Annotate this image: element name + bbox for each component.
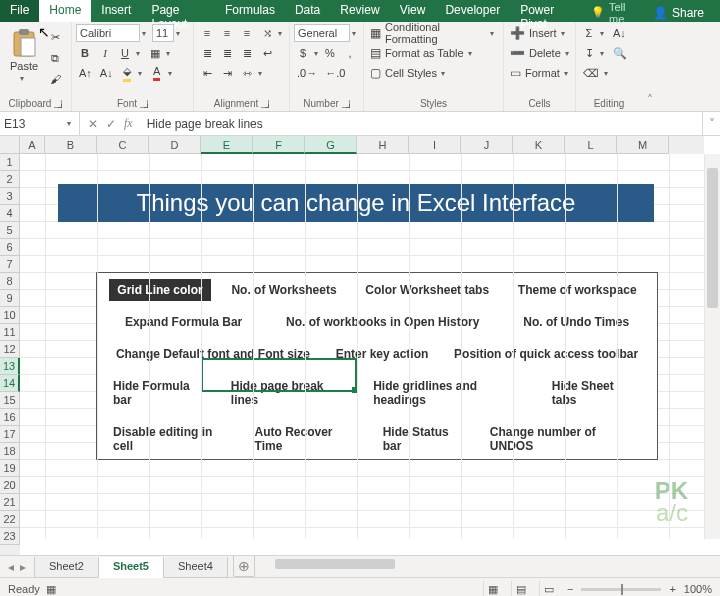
tab-review[interactable]: Review — [330, 0, 389, 22]
column-header-F[interactable]: F — [253, 136, 305, 154]
row-header-3[interactable]: 3 — [0, 188, 20, 205]
row-header-13[interactable]: 13 — [0, 358, 20, 375]
fill-button[interactable]: ↧ — [580, 44, 598, 62]
row-header-1[interactable]: 1 — [0, 154, 20, 171]
dialog-launcher-icon[interactable] — [54, 100, 62, 108]
vertical-scrollbar[interactable] — [704, 154, 720, 539]
column-header-M[interactable]: M — [617, 136, 669, 154]
number-format-combo[interactable] — [294, 24, 350, 42]
tab-power-pivot[interactable]: Power Pivot — [510, 0, 581, 22]
chevron-down-icon[interactable]: ▾ — [314, 49, 319, 58]
font-size-combo[interactable] — [152, 24, 174, 42]
delete-cells-button[interactable]: ➖Delete▾ — [508, 44, 571, 62]
wrap-text-button[interactable]: ↩ — [258, 44, 276, 62]
column-header-L[interactable]: L — [565, 136, 617, 154]
normal-view-button[interactable]: ▦ — [483, 581, 503, 596]
align-right-button[interactable]: ≣ — [238, 44, 256, 62]
row-header-22[interactable]: 22 — [0, 511, 20, 528]
dialog-launcher-icon[interactable] — [140, 100, 148, 108]
row-header-5[interactable]: 5 — [0, 222, 20, 239]
format-as-table-button[interactable]: ▤ Format as Table ▾ — [368, 44, 499, 62]
row-header-10[interactable]: 10 — [0, 307, 20, 324]
row-headers[interactable]: 1234567891011121314151617181920212223 — [0, 154, 20, 555]
row-header-8[interactable]: 8 — [0, 273, 20, 290]
macro-record-button[interactable]: ▦ — [46, 583, 56, 595]
zoom-slider[interactable] — [581, 588, 661, 591]
sheet-tab-sheet2[interactable]: Sheet2 — [34, 557, 99, 578]
name-box[interactable]: E13▾ — [0, 112, 80, 135]
expand-formula-bar-button[interactable]: ˅ — [702, 112, 720, 135]
copy-button[interactable]: ⧉ — [46, 49, 64, 67]
column-header-G[interactable]: G — [305, 136, 357, 154]
decrease-font-button[interactable]: A↓ — [97, 64, 116, 82]
align-top-button[interactable]: ≡ — [198, 24, 216, 42]
find-select-button[interactable]: 🔍 — [610, 44, 630, 62]
decrease-indent-button[interactable]: ⇤ — [198, 64, 216, 82]
cell-styles-button[interactable]: ▢ Cell Styles ▾ — [368, 64, 499, 82]
percent-button[interactable]: % — [321, 44, 339, 62]
zoom-level[interactable]: 100% — [684, 583, 712, 595]
chevron-down-icon[interactable]: ▾ — [67, 119, 75, 128]
tab-page-layout[interactable]: Page Layout — [141, 0, 215, 22]
zoom-slider-thumb[interactable] — [621, 584, 623, 595]
horizontal-scrollbar[interactable] — [267, 556, 720, 577]
chevron-down-icon[interactable]: ▾ — [166, 49, 174, 58]
insert-cells-button[interactable]: ➕Insert▾ — [508, 24, 571, 42]
comma-button[interactable]: , — [341, 44, 359, 62]
tab-file[interactable]: File — [0, 0, 39, 22]
sheet-tab-sheet4[interactable]: Sheet4 — [163, 557, 228, 578]
orientation-button[interactable]: ⤭ — [258, 24, 276, 42]
row-header-23[interactable]: 23 — [0, 528, 20, 545]
zoom-out-button[interactable]: − — [567, 583, 573, 595]
new-sheet-button[interactable]: ⊕ — [233, 556, 255, 577]
tab-scroll-right-button[interactable]: ▸ — [20, 560, 26, 574]
share-button[interactable]: 👤 Share — [643, 0, 714, 22]
cancel-formula-button[interactable]: ✕ — [88, 117, 98, 131]
decrease-decimal-button[interactable]: ←.0 — [322, 64, 348, 82]
row-header-6[interactable]: 6 — [0, 239, 20, 256]
column-header-E[interactable]: E — [201, 136, 253, 154]
chevron-down-icon[interactable]: ▾ — [600, 49, 608, 58]
chevron-down-icon[interactable]: ▾ — [604, 69, 612, 78]
row-header-16[interactable]: 16 — [0, 409, 20, 426]
page-break-view-button[interactable]: ▭ — [539, 581, 559, 596]
underline-button[interactable]: U — [116, 44, 134, 62]
row-header-4[interactable]: 4 — [0, 205, 20, 222]
paste-button[interactable]: Paste ▾ — [4, 24, 44, 98]
chevron-down-icon[interactable]: ▾ — [278, 29, 285, 38]
scroll-thumb[interactable] — [275, 559, 395, 569]
row-header-15[interactable]: 15 — [0, 392, 20, 409]
row-header-7[interactable]: 7 — [0, 256, 20, 273]
chevron-down-icon[interactable]: ▾ — [142, 29, 150, 38]
formula-bar[interactable]: Hide page break lines — [141, 112, 702, 135]
column-header-I[interactable]: I — [409, 136, 461, 154]
dialog-launcher-icon[interactable] — [342, 100, 350, 108]
scroll-thumb[interactable] — [707, 168, 718, 308]
column-header-A[interactable]: A — [20, 136, 45, 154]
font-color-button[interactable]: A — [148, 64, 166, 82]
row-header-12[interactable]: 12 — [0, 341, 20, 358]
tab-view[interactable]: View — [390, 0, 436, 22]
collapse-ribbon-button[interactable]: ˄ — [642, 22, 658, 111]
column-header-K[interactable]: K — [513, 136, 565, 154]
chevron-down-icon[interactable]: ▾ — [258, 69, 266, 78]
merge-center-button[interactable]: ⇿ — [238, 64, 256, 82]
row-header-20[interactable]: 20 — [0, 477, 20, 494]
row-header-17[interactable]: 17 — [0, 426, 20, 443]
align-middle-button[interactable]: ≡ — [218, 24, 236, 42]
row-header-14[interactable]: 14 — [0, 375, 20, 392]
conditional-formatting-button[interactable]: ▦ Conditional Formatting ▾ — [368, 24, 499, 42]
chevron-down-icon[interactable]: ▾ — [176, 29, 184, 38]
dialog-launcher-icon[interactable] — [261, 100, 269, 108]
tab-insert[interactable]: Insert — [91, 0, 141, 22]
select-all-corner[interactable] — [0, 136, 20, 154]
insert-function-button[interactable]: fx — [124, 116, 133, 131]
sheet-tab-sheet5[interactable]: Sheet5 — [98, 557, 164, 578]
italic-button[interactable]: I — [96, 44, 114, 62]
chevron-down-icon[interactable]: ▾ — [600, 29, 608, 38]
increase-decimal-button[interactable]: .0→ — [294, 64, 320, 82]
increase-font-button[interactable]: A↑ — [76, 64, 95, 82]
row-header-9[interactable]: 9 — [0, 290, 20, 307]
enter-formula-button[interactable]: ✓ — [106, 117, 116, 131]
align-bottom-button[interactable]: ≡ — [238, 24, 256, 42]
